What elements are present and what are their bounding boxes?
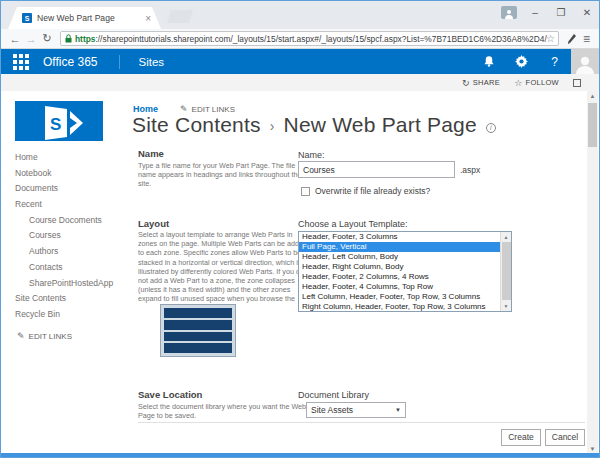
tab-close-icon[interactable]: × [145,13,151,24]
scrollbar-thumb[interactable] [502,242,511,300]
focus-mode-button[interactable] [573,79,581,87]
scroll-down-icon[interactable]: ▼ [587,446,598,452]
settings-gear-icon[interactable] [505,49,538,74]
close-button[interactable]: ✕ [579,7,595,18]
overwrite-label: Overwrite if file already exists? [315,186,430,196]
menu-icon[interactable]: ≡ [583,32,590,46]
follow-label: FOLLOW [526,78,559,87]
url-rest: ://sharepointtutorials.sharepoint.com/_l… [95,34,546,44]
scrollbar-thumb[interactable] [588,103,597,147]
scroll-up-icon[interactable]: ▲ [587,93,598,99]
layout-option[interactable]: Left Column, Header, Footer, Top Row, 3 … [299,292,501,302]
user-avatar[interactable] [571,49,599,74]
ribbon-strip: ↻ SHARE ☆ FOLLOW [1,74,599,91]
layout-section-label: Layout [138,218,169,229]
layout-template-listbox[interactable]: Header, Footer, 3 Columns Full Page, Ver… [298,231,512,312]
document-library-value: Site Assets [311,405,353,415]
preview-zone [164,343,232,353]
sidebar-item-documents[interactable]: Documents [15,181,130,197]
sites-link[interactable]: Sites [138,56,164,68]
sidebar-item-recycle-bin[interactable]: Recycle Bin [15,307,130,323]
share-icon: ↻ [462,78,470,88]
sidebar-item-courses[interactable]: Courses [15,228,130,244]
window-frame-border [1,453,599,457]
svg-text:S: S [50,115,61,134]
sidebar-item-site-contents[interactable]: Site Contents [15,291,130,307]
app-launcher-icon[interactable] [13,54,29,70]
back-icon[interactable]: ← [7,33,23,45]
preview-zone [164,320,232,330]
sidebar-item-notebook[interactable]: Notebook [15,166,130,182]
sidebar-item-home[interactable]: Home [15,150,130,166]
left-navigation: Home Notebook Documents Recent Course Do… [15,150,130,323]
extension-icon[interactable] [566,33,578,45]
scroll-up-icon[interactable]: ▲ [501,234,511,240]
reload-icon[interactable]: ↻ [39,32,55,45]
sidebar-item-contacts[interactable]: Contacts [15,260,130,276]
layout-chooser-label: Choose a Layout Template: [298,219,407,229]
office365-brand[interactable]: Office 365 [43,55,97,69]
name-field-label: Name: [298,150,325,160]
layout-option[interactable]: Header, Footer, 3 Columns [299,232,501,242]
document-library-select[interactable]: Site Assets ▼ [306,402,406,418]
help-icon[interactable]: ? [538,49,571,74]
layout-option[interactable]: Header, Footer, 2 Columns, 4 Rows [299,272,501,282]
sidebar-item-sharepointhostedapp[interactable]: SharePointHostedApp [15,276,130,292]
suitebar-actions: ? [472,49,599,74]
https-lock-icon [65,34,72,43]
share-label: SHARE [473,78,500,87]
pencil-icon: ✎ [17,331,25,341]
url-bar[interactable]: https://sharepointtutorials.sharepoint.c… [60,31,559,46]
url-text: https://sharepointtutorials.sharepoint.c… [75,34,547,44]
page-scrollbar[interactable]: ▲ ▼ [587,91,598,454]
url-scheme: https [75,34,95,44]
bookmark-star-icon[interactable]: ☆ [546,33,555,44]
form-divider [138,422,585,423]
name-section-description: Type a file name for your Web Part Page.… [138,161,310,189]
tab-title: New Web Part Page [37,13,141,23]
save-location-label: Save Location [138,389,202,400]
title-new-web-part-page: New Web Part Page [284,113,477,137]
layout-option-selected[interactable]: Full Page, Vertical [299,242,501,252]
overwrite-checkbox[interactable] [301,187,310,196]
document-library-label: Document Library [298,390,369,400]
sidebar-item-authors[interactable]: Authors [15,244,130,260]
share-button[interactable]: ↻ SHARE [462,78,500,88]
maximize-button[interactable]: ❐ [553,7,569,18]
layout-option[interactable]: Right Column, Header, Footer, Top Row, 3… [299,302,501,312]
sidebar-item-course-docoments[interactable]: Course Docoments [15,213,130,229]
edit-links-label: EDIT LINKS [29,332,72,341]
layout-option[interactable]: Header, Left Column, Body [299,252,501,262]
follow-button[interactable]: ☆ FOLLOW [514,78,559,88]
page-title: Site Contents › New Web Part Page i [132,113,496,137]
forward-icon[interactable]: → [23,33,39,45]
preview-zone [164,308,232,318]
suitebar-divider [119,55,120,69]
chrome-profile-icon[interactable] [501,6,517,19]
browser-navbar: ← → ↻ https://sharepointtutorials.sharep… [1,29,599,49]
layout-section-description: Select a layout template to arrange Web … [138,230,310,303]
listbox-scrollbar[interactable]: ▲ ▼ [500,232,511,311]
title-site-contents[interactable]: Site Contents [132,113,261,137]
new-tab-button[interactable] [167,10,193,23]
scroll-down-icon[interactable]: ▼ [501,303,511,309]
preview-zone [164,332,232,342]
suite-bar: Office 365 Sites ? [1,49,599,74]
layout-preview-thumbnail [160,304,236,357]
minimize-button[interactable]: – [527,7,543,18]
browser-tab[interactable]: S New Web Part Page × [8,7,161,29]
name-input[interactable] [298,161,455,178]
create-button[interactable]: Create [501,429,541,446]
sharepoint-favicon-icon: S [22,13,32,23]
follow-star-icon: ☆ [514,78,522,88]
name-section-label: Name [138,148,164,159]
layout-option[interactable]: Header, Footer, 4 Columns, Top Row [299,282,501,292]
notifications-bell-icon[interactable] [472,49,505,74]
layout-option[interactable]: Header, Right Column, Body [299,262,501,272]
overwrite-row: Overwrite if file already exists? [301,186,430,196]
edit-links-sidebar[interactable]: ✎ EDIT LINKS [17,331,72,341]
sidebar-item-recent[interactable]: Recent [15,197,130,213]
cancel-button[interactable]: Cancel [545,429,585,446]
browser-window: S New Web Part Page × – ❐ ✕ ← → ↻ https:… [0,0,600,458]
info-icon[interactable]: i [486,123,496,133]
